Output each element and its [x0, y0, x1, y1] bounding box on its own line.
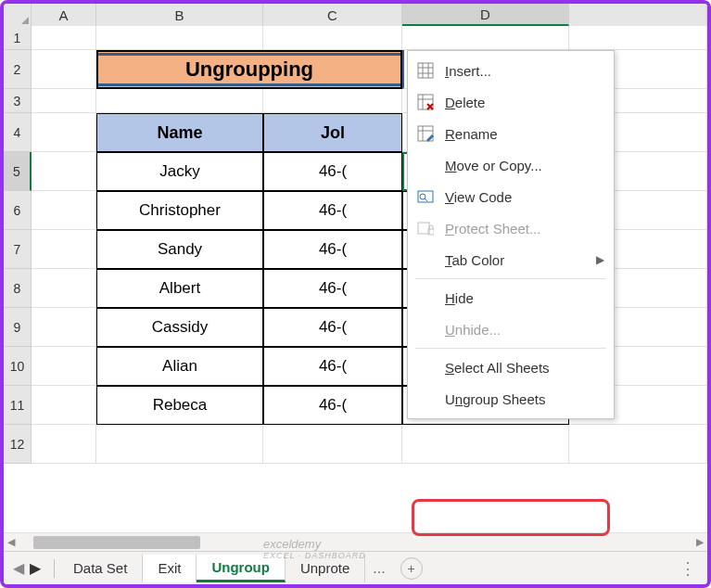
- menu-tab-color[interactable]: Tab Color ▶: [408, 244, 614, 275]
- tab-first-icon[interactable]: ◀: [13, 559, 24, 577]
- chevron-right-icon: ▶: [596, 253, 604, 266]
- menu-tab-color-label: Tab Color: [445, 252, 504, 268]
- highlight-annotation: [412, 499, 610, 536]
- tab-data-set[interactable]: Data Set: [58, 555, 143, 582]
- row-header-6[interactable]: 6: [4, 191, 32, 230]
- cell-c9[interactable]: 46-(: [263, 308, 402, 347]
- cell-b9[interactable]: Cassidy: [96, 308, 263, 347]
- cell-b10[interactable]: Alian: [96, 347, 263, 386]
- cell-a12[interactable]: [32, 425, 96, 464]
- cell-d12[interactable]: [402, 425, 569, 464]
- row-header-3[interactable]: 3: [4, 89, 32, 113]
- app-frame: A B C D 1 2 Ungroupping 3 4 Name Jol 5 J…: [0, 0, 711, 588]
- cell-a11[interactable]: [32, 386, 96, 425]
- cell-b7[interactable]: Sandy: [96, 230, 263, 269]
- row-header-1[interactable]: 1: [4, 26, 32, 50]
- row-header-5[interactable]: 5: [4, 152, 32, 191]
- scroll-thumb[interactable]: [33, 536, 200, 549]
- cell-b8[interactable]: Albert: [96, 269, 263, 308]
- tab-menu-button[interactable]: ⋮: [668, 558, 707, 579]
- menu-hide[interactable]: Hide: [408, 282, 614, 313]
- menu-move-copy-label: Move or Copy...: [445, 158, 542, 173]
- cell-e12[interactable]: [569, 425, 707, 464]
- row-header-10[interactable]: 10: [4, 347, 32, 386]
- column-header-row: A B C D: [4, 4, 707, 26]
- cell-b5[interactable]: Jacky: [96, 152, 263, 191]
- menu-view-code[interactable]: View Code: [408, 181, 614, 212]
- cell-d1[interactable]: [402, 26, 569, 50]
- cell-a5[interactable]: [32, 152, 96, 191]
- cell-a2[interactable]: [32, 50, 96, 89]
- cell-a8[interactable]: [32, 269, 96, 308]
- title-cell[interactable]: Ungroupping: [96, 50, 402, 89]
- cell-b6[interactable]: Christopher: [96, 191, 263, 230]
- menu-rename[interactable]: Rename: [408, 118, 614, 149]
- col-header-a[interactable]: A: [32, 4, 96, 26]
- cell-b3[interactable]: [96, 89, 263, 113]
- cell-a10[interactable]: [32, 347, 96, 386]
- cell-e1[interactable]: [569, 26, 707, 50]
- row-header-8[interactable]: 8: [4, 269, 32, 308]
- cell-c1[interactable]: [263, 26, 402, 50]
- cell-a1[interactable]: [32, 26, 96, 50]
- cell-a6[interactable]: [32, 191, 96, 230]
- row-header-11[interactable]: 11: [4, 386, 32, 425]
- blank-icon: [415, 288, 436, 308]
- tab-ungroup[interactable]: Ungroup: [197, 555, 285, 582]
- menu-move-copy[interactable]: Move or Copy...: [408, 149, 614, 181]
- cell-c12[interactable]: [263, 425, 402, 464]
- row-header-2[interactable]: 2: [4, 50, 32, 89]
- col-header-extra[interactable]: [569, 4, 707, 26]
- select-all-corner[interactable]: [4, 4, 32, 26]
- menu-ungroup-sheets[interactable]: Ungroup Sheets: [408, 383, 614, 415]
- horizontal-scrollbar[interactable]: ◀ ▶: [4, 532, 707, 551]
- tab-nav-buttons: ◀ ▶: [4, 559, 50, 577]
- cell-a3[interactable]: [32, 89, 96, 113]
- cell-b12[interactable]: [96, 425, 263, 464]
- tab-overflow[interactable]: ...: [365, 560, 392, 577]
- grid-insert-icon: [415, 60, 436, 81]
- scroll-right-icon[interactable]: ▶: [692, 536, 707, 548]
- cell-c11[interactable]: 46-(: [263, 386, 402, 425]
- row-header-7[interactable]: 7: [4, 230, 32, 269]
- menu-select-all-label: Select All Sheets: [445, 360, 550, 376]
- svg-rect-16: [418, 223, 429, 234]
- menu-view-code-label: View Code: [445, 189, 512, 205]
- blank-icon: [415, 357, 436, 377]
- tab-unprotect[interactable]: Unprote: [286, 555, 365, 582]
- row-header-12[interactable]: 12: [4, 425, 32, 464]
- cell-b11[interactable]: Rebeca: [96, 386, 263, 425]
- row-header-4[interactable]: 4: [4, 113, 32, 152]
- tab-exit[interactable]: Exit: [143, 555, 197, 582]
- header-name[interactable]: Name: [96, 113, 263, 152]
- add-sheet-button[interactable]: +: [400, 557, 423, 580]
- menu-unhide: Unhide...: [408, 313, 614, 345]
- menu-select-all-sheets[interactable]: Select All Sheets: [408, 352, 614, 383]
- menu-insert[interactable]: Insert...: [408, 55, 614, 86]
- grid-rename-icon: [415, 123, 436, 144]
- menu-ungroup-label: Ungroup Sheets: [445, 391, 545, 407]
- col-header-b[interactable]: B: [96, 4, 263, 26]
- menu-delete[interactable]: Delete: [408, 86, 614, 118]
- cell-c3[interactable]: [263, 89, 402, 113]
- col-header-c[interactable]: C: [263, 4, 402, 26]
- scroll-track[interactable]: [33, 536, 678, 549]
- cell-c5[interactable]: 46-(: [263, 152, 402, 191]
- grid-delete-icon: [415, 92, 436, 112]
- cell-c8[interactable]: 46-(: [263, 269, 402, 308]
- cell-c6[interactable]: 46-(: [263, 191, 402, 230]
- cell-c7[interactable]: 46-(: [263, 230, 402, 269]
- row-header-9[interactable]: 9: [4, 308, 32, 347]
- scroll-left-icon[interactable]: ◀: [4, 536, 19, 548]
- cell-a7[interactable]: [32, 230, 96, 269]
- blank-icon: [415, 155, 436, 175]
- tab-next-icon[interactable]: ▶: [30, 559, 41, 577]
- cell-b1[interactable]: [96, 26, 263, 50]
- cell-a4[interactable]: [32, 113, 96, 152]
- cell-a9[interactable]: [32, 308, 96, 347]
- cell-c10[interactable]: 46-(: [263, 347, 402, 386]
- menu-separator-2: [415, 348, 606, 349]
- sheet-context-menu: Insert... Delete Rename Move or Copy... …: [407, 50, 615, 419]
- col-header-d[interactable]: D: [402, 4, 569, 26]
- header-job[interactable]: Jol: [263, 113, 402, 152]
